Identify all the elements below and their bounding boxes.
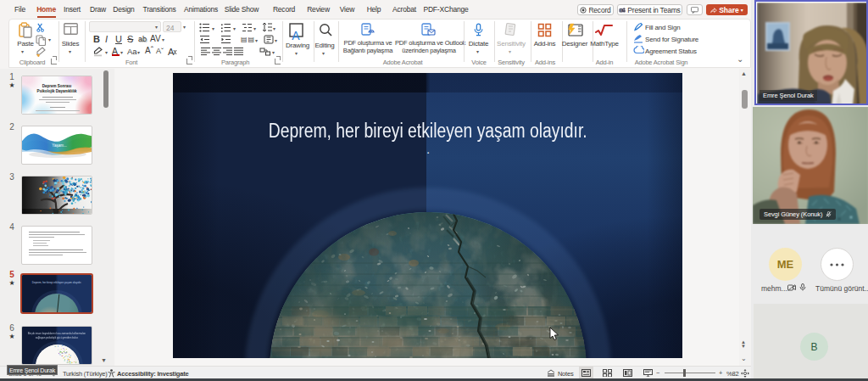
svg-text:A: A: [292, 29, 300, 41]
svg-text:A: A: [168, 47, 175, 57]
svg-text:Yaşam...: Yaşam...: [52, 143, 66, 148]
